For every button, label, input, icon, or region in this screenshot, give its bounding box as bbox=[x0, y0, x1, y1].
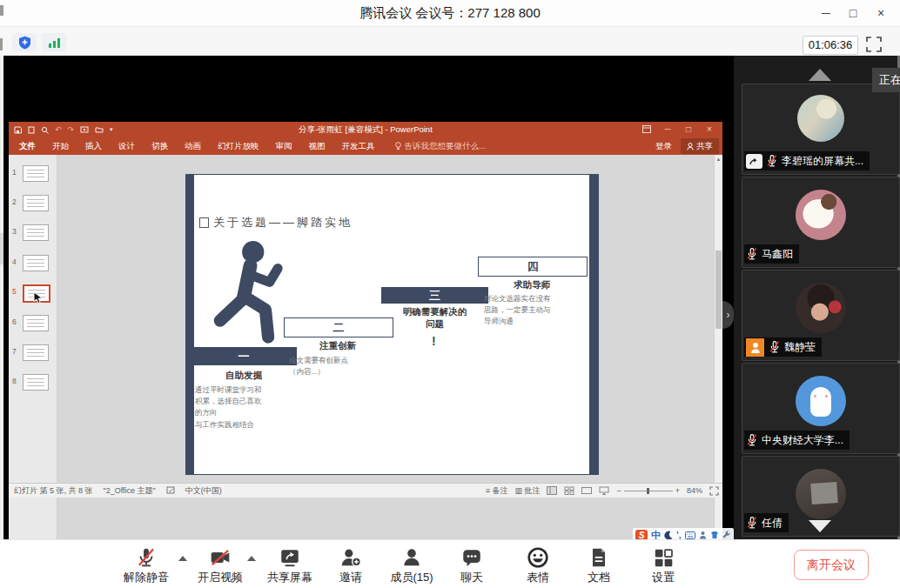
docs-button[interactable]: 文档 bbox=[564, 546, 634, 585]
tab-animations[interactable]: 动画 bbox=[185, 141, 201, 152]
invite-label: 邀请 bbox=[316, 570, 386, 585]
ppt-close-button[interactable]: × bbox=[700, 122, 719, 137]
scroll-up-arrow[interactable]: ▲ bbox=[715, 157, 722, 162]
close-button[interactable]: × bbox=[870, 3, 891, 23]
scroll-up-triangle[interactable] bbox=[809, 69, 831, 81]
spellcheck-icon[interactable] bbox=[166, 486, 175, 495]
settings-label: 设置 bbox=[628, 570, 698, 585]
zoom-slider-knob[interactable] bbox=[647, 488, 649, 494]
share-screen-label: 共享屏幕 bbox=[255, 570, 325, 585]
ime-person-icon[interactable] bbox=[699, 531, 707, 539]
tab-slideshow[interactable]: 幻灯片放映 bbox=[218, 141, 259, 152]
participant-tile[interactable]: 魏静莹 bbox=[742, 270, 900, 361]
ppt-vertical-scrollbar[interactable]: ▲ ▼ ▲ ▼ bbox=[714, 155, 722, 588]
unmute-label: 解除静音 bbox=[111, 570, 181, 585]
step3-exclamation: ! bbox=[432, 334, 436, 348]
step4-body: 对论文选题实在没有 思路，一定要主动与 导师沟通 bbox=[484, 293, 584, 328]
settings-button[interactable]: 设置 bbox=[628, 546, 698, 585]
thumbnail-slide-7[interactable]: 7 bbox=[12, 344, 54, 360]
language-status[interactable]: 中文(中国) bbox=[185, 485, 222, 497]
tab-developer[interactable]: 开发工具 bbox=[342, 141, 375, 152]
ime-wrench-icon[interactable] bbox=[722, 531, 731, 539]
zoom-slider[interactable] bbox=[624, 491, 673, 491]
reading-view-button[interactable] bbox=[581, 486, 592, 495]
share-screen-button[interactable]: 共享屏幕 bbox=[255, 546, 325, 585]
tab-view[interactable]: 视图 bbox=[309, 141, 326, 152]
settings-grid-icon bbox=[652, 546, 675, 569]
tab-file[interactable]: 文件 bbox=[19, 141, 36, 152]
notes-toggle[interactable]: ≡ 备注 bbox=[486, 485, 508, 497]
members-button[interactable]: 成员(15) bbox=[377, 546, 447, 585]
ime-punctuation-icon[interactable]: ’, bbox=[676, 531, 682, 540]
theme-name: "2_Office 主题" bbox=[104, 485, 156, 497]
network-status-button[interactable] bbox=[42, 33, 66, 51]
ime-keyboard-icon[interactable] bbox=[685, 531, 695, 539]
minimize-button[interactable]: ─ bbox=[816, 3, 836, 23]
thumbnail-slide-4[interactable]: 4 bbox=[12, 255, 54, 271]
muted-mic-icon bbox=[769, 340, 781, 354]
unmute-button[interactable]: 解除静音 bbox=[111, 546, 181, 585]
security-button[interactable] bbox=[12, 33, 37, 51]
tab-insert[interactable]: 插入 bbox=[85, 141, 102, 152]
slideshow-view-button[interactable] bbox=[599, 486, 609, 495]
start-video-button[interactable]: 开启视频 bbox=[185, 546, 255, 585]
step4-heading: 求助导师 bbox=[478, 279, 586, 291]
slide-sorter-view-button[interactable] bbox=[564, 486, 574, 495]
zoom-percentage[interactable]: 84% bbox=[687, 486, 702, 495]
slide-thumbnail-panel: 1 2 3 4 5 6 7 8 bbox=[9, 155, 57, 588]
powerpoint-window: ↶ ↷ ▾ 分享-张雨虹 [兼容模式] - PowerPoint ─ □ × 文… bbox=[9, 122, 722, 498]
tell-me-box[interactable]: 告诉我您想要做什么... bbox=[395, 141, 486, 152]
ribbon-display-options-button[interactable] bbox=[637, 122, 656, 137]
sign-in-link[interactable]: 登录 bbox=[655, 141, 672, 152]
fullscreen-button[interactable] bbox=[865, 36, 883, 57]
emoji-button[interactable]: 表情 bbox=[503, 546, 573, 585]
docs-label: 文档 bbox=[564, 570, 634, 585]
ppt-restore-button[interactable]: □ bbox=[679, 122, 698, 137]
thumbnail-slide-6[interactable]: 6 bbox=[12, 315, 54, 331]
zoom-out-button[interactable]: − bbox=[616, 486, 621, 495]
thumbnail-slide-3[interactable]: 3 bbox=[12, 224, 54, 240]
chat-button[interactable]: 聊天 bbox=[437, 546, 507, 585]
tab-home[interactable]: 开始 bbox=[52, 141, 69, 152]
ppt-share-button[interactable]: 共享 bbox=[681, 138, 719, 154]
zoom-in-button[interactable]: + bbox=[675, 486, 680, 495]
participant-tile[interactable]: 李碧瑶的屏幕共... bbox=[742, 84, 900, 175]
maximize-button[interactable]: □ bbox=[843, 3, 863, 23]
ime-moon-icon[interactable] bbox=[664, 531, 673, 540]
avatar-photo-detail bbox=[810, 482, 838, 504]
ribbon-tabs: 文件 开始 插入 设计 切换 动画 幻灯片放映 审阅 视图 开发工具 告诉我您想… bbox=[9, 137, 722, 155]
fullscreen-icon bbox=[865, 36, 883, 53]
shield-plus-icon bbox=[18, 36, 31, 50]
sidebar-collapse-tab[interactable]: › bbox=[722, 301, 734, 329]
meeting-title: 腾讯会议 会议号：277 128 800 bbox=[0, 5, 900, 22]
tab-design[interactable]: 设计 bbox=[118, 141, 135, 152]
thumbnail-slide-1[interactable]: 1 bbox=[12, 165, 54, 181]
tab-review[interactable]: 审阅 bbox=[276, 141, 292, 152]
comments-toggle[interactable]: ▥ 批注 bbox=[514, 485, 540, 497]
invite-button[interactable]: 邀请 bbox=[316, 546, 386, 585]
participant-tile[interactable]: 马鑫阳 bbox=[742, 177, 900, 268]
current-slide[interactable]: 关于选题——脚踏实地 一 自助发掘 通过平时课堂学习和 积累，选择自己喜欢 的方… bbox=[185, 174, 599, 475]
ppt-minimize-button[interactable]: ─ bbox=[658, 122, 677, 137]
thumbnail-slide-2[interactable]: 2 bbox=[12, 195, 54, 210]
scroll-down-triangle[interactable] bbox=[809, 520, 831, 532]
avatar bbox=[796, 283, 846, 333]
fit-slide-icon[interactable] bbox=[709, 486, 719, 496]
start-video-label: 开启视频 bbox=[185, 570, 255, 585]
normal-view-button[interactable] bbox=[547, 486, 557, 495]
ppt-status-bar: 幻灯片 第 5 张, 共 8 张 "2_Office 主题" 中文(中国) ≡ … bbox=[9, 483, 722, 498]
zoom-controls: − + bbox=[616, 486, 680, 495]
leave-meeting-button[interactable]: 离开会议 bbox=[794, 550, 869, 580]
step2-body: 论文需要有创新点 （内容...） bbox=[289, 355, 389, 378]
scrollbar-thumb[interactable] bbox=[715, 251, 722, 329]
participant-tile[interactable]: 中央财经大学李... bbox=[742, 363, 900, 454]
thumbnail-slide-8[interactable]: 8 bbox=[12, 374, 54, 390]
participant-name-label: 任倩 bbox=[744, 513, 789, 532]
avatar bbox=[796, 469, 846, 519]
ppt-titlebar: ↶ ↷ ▾ 分享-张雨虹 [兼容模式] - PowerPoint ─ □ × bbox=[9, 122, 722, 137]
tab-transitions[interactable]: 切换 bbox=[151, 141, 168, 152]
ime-skin-icon[interactable] bbox=[710, 531, 719, 539]
host-badge-icon bbox=[746, 338, 764, 357]
thumbnail-slide-5-selected[interactable]: 5 bbox=[12, 284, 54, 300]
meeting-toolbar: 01:06:36 bbox=[0, 27, 900, 57]
